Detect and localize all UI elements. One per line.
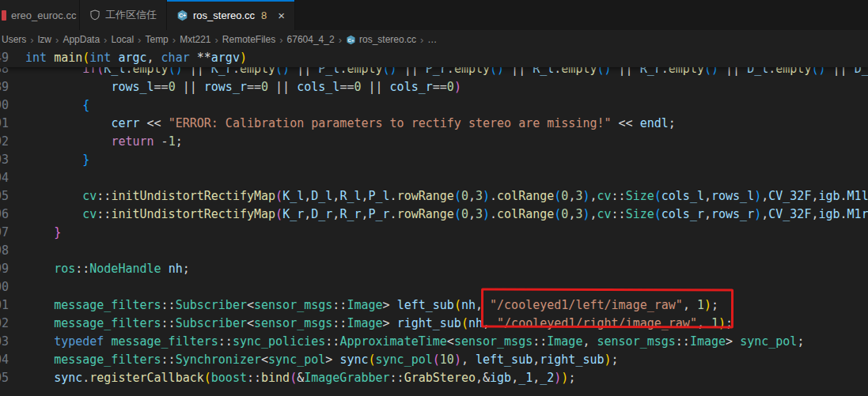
code-line[interactable]: 100 (0, 278, 868, 296)
code-text: { (25, 96, 89, 115)
cpp-file-icon: C+ (346, 35, 356, 45)
tab-label: ros_stereo.cc (193, 9, 255, 21)
code-text: sync.registerCallback(boost::bind(&Image… (25, 369, 575, 387)
breadcrumb-separator: › (335, 34, 346, 46)
code-line[interactable]: 102 message_filters::Subscriber<sensor_m… (0, 315, 868, 333)
code-line[interactable]: 105 sync.registerCallback(boost::bind(&I… (0, 369, 868, 387)
line-number: 98 (0, 242, 9, 260)
breadcrumb-separator: › (275, 34, 286, 46)
code-line[interactable]: 99 ros::NodeHandle nh; (0, 260, 868, 278)
line-number: 100 (0, 278, 9, 296)
breadcrumb-separator: › (416, 34, 427, 46)
tab-label: ereo_euroc.cc (11, 9, 76, 21)
line-number: 103 (0, 333, 9, 351)
code-text: rows_l==0 || rows_r==0 || cols_l==0 || c… (25, 78, 461, 96)
breadcrumb-item-users[interactable]: Users (2, 34, 26, 45)
line-number: 91 (0, 115, 9, 133)
code-line[interactable]: 103 typedef message_filters::sync_polici… (0, 333, 868, 351)
code-line[interactable]: 97 } (0, 224, 868, 242)
breadcrumb-separator: › (211, 34, 222, 46)
close-icon[interactable]: × (278, 9, 285, 21)
tab-workspace-trust[interactable]: 工作区信任 (80, 0, 167, 30)
line-number: 90 (0, 96, 9, 115)
sticky-code-line[interactable]: 49int main(int argc, char **argv) (0, 49, 868, 67)
line-number: 101 (0, 296, 9, 315)
code-line[interactable]: 93 } (0, 151, 868, 169)
line-number: 96 (0, 206, 9, 224)
line-number: 89 (0, 78, 9, 96)
code-line[interactable]: 92 return -1; (0, 133, 868, 151)
sticky-scroll-header[interactable]: 49int main(int argc, char **argv) (0, 49, 868, 67)
breadcrumb-item-local[interactable]: Local (111, 34, 134, 45)
shield-icon (89, 9, 100, 21)
code-line[interactable]: 104 message_filters::Synchronizer<sync_p… (0, 351, 868, 369)
code-text: message_filters::Synchronizer<sync_pol> … (25, 351, 619, 369)
svg-text:C+: C+ (347, 36, 354, 42)
code-text: return -1; (25, 133, 183, 151)
code-text: int main(int argc, char **argv) (25, 49, 247, 67)
breadcrumb: Users›lzw›AppData›Local›Temp›Mxt221›Remo… (0, 30, 868, 49)
code-text: } (25, 224, 61, 242)
code-text: message_filters::Subscriber<sensor_msgs:… (25, 315, 733, 333)
breadcrumb-item-mxt221[interactable]: Mxt221 (180, 34, 210, 45)
breadcrumb-separator: › (134, 34, 145, 46)
editor-tab-bar: ereo_euroc.cc 工作区信任 C+ ros_stereo.cc 8 × (0, 0, 868, 30)
code-text: cv::initUndistortRectifyMap(K_l,D_l,R_l,… (25, 187, 868, 206)
breadcrumb-item-appdata[interactable]: AppData (63, 34, 100, 45)
code-line[interactable]: 90 { (0, 96, 868, 115)
cpp-file-icon: C+ (176, 9, 188, 21)
breadcrumb-item-lzw[interactable]: lzw (38, 34, 51, 45)
code-text: typedef message_filters::sync_policies::… (25, 333, 804, 351)
code-editor-window: ereo_euroc.cc 工作区信任 C+ ros_stereo.cc 8 ×… (0, 0, 868, 396)
line-number: 94 (0, 169, 9, 187)
code-line[interactable]: 98 (0, 242, 868, 260)
breadcrumb-item-67604-4-2[interactable]: 67604_4_2 (287, 34, 335, 45)
line-number: 49 (0, 49, 9, 67)
svg-text:C+: C+ (179, 13, 186, 18)
line-number: 104 (0, 351, 9, 369)
breadcrumb-separator: › (100, 34, 111, 46)
tab-stereo-euroc[interactable]: ereo_euroc.cc (0, 0, 80, 30)
breadcrumb-item--[interactable]: … (427, 34, 437, 45)
line-number: 105 (0, 369, 9, 387)
file-icon (2, 10, 6, 21)
line-number: 102 (0, 315, 9, 333)
code-text: cv::initUndistortRectifyMap(K_r,D_r,R_r,… (25, 206, 868, 224)
tab-ros-stereo[interactable]: C+ ros_stereo.cc 8 × (167, 0, 295, 30)
code-text: cerr << "ERROR: Calibration parameters t… (25, 115, 676, 133)
code-line[interactable]: 95 cv::initUndistortRectifyMap(K_l,D_l,R… (0, 187, 868, 206)
code-line[interactable]: 101 message_filters::Subscriber<sensor_m… (0, 296, 868, 315)
code-line[interactable]: 96 cv::initUndistortRectifyMap(K_r,D_r,R… (0, 206, 868, 224)
code-line[interactable]: 89 rows_l==0 || rows_r==0 || cols_l==0 |… (0, 78, 868, 96)
breadcrumb-item-temp[interactable]: Temp (145, 34, 168, 45)
tab-badge: 8 (261, 9, 267, 21)
breadcrumb-item-remotefiles[interactable]: RemoteFiles (222, 34, 275, 45)
code-line[interactable]: 91 cerr << "ERROR: Calibration parameter… (0, 115, 868, 133)
line-number: 95 (0, 187, 9, 206)
code-text: message_filters::Subscriber<sensor_msgs:… (25, 296, 718, 315)
line-number: 99 (0, 260, 9, 278)
code-line[interactable]: 94 (0, 169, 868, 187)
code-text: ros::NodeHandle nh; (25, 260, 190, 278)
code-editor[interactable]: 49int main(int argc, char **argv) 88 if(… (0, 49, 868, 396)
code-text: } (25, 151, 89, 169)
breadcrumb-separator: › (26, 34, 37, 46)
line-number: 92 (0, 133, 9, 151)
breadcrumb-item-ros-stereo-cc[interactable]: C+ros_stereo.cc (346, 34, 416, 45)
breadcrumb-separator: › (169, 34, 180, 46)
breadcrumb-separator: › (51, 34, 63, 46)
tab-label: 工作区信任 (105, 8, 157, 22)
line-number: 97 (0, 224, 9, 242)
code-lines: 88 if(K_l.empty() || K_r.empty() || P_l.… (0, 60, 868, 387)
line-number: 93 (0, 151, 9, 169)
